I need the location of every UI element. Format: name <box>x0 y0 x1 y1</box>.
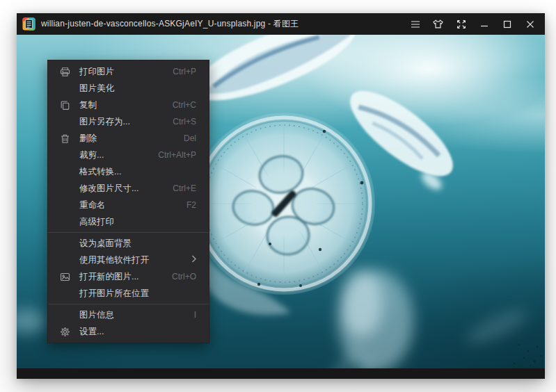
menu-item-label: 打印图片 <box>79 66 164 78</box>
trash-icon <box>60 133 70 144</box>
minimize-icon <box>480 20 489 28</box>
menu-item-rename[interactable]: 重命名 F2 <box>48 197 209 213</box>
menu-item-label: 设为桌面背景 <box>79 238 196 250</box>
icon-spacer <box>60 310 70 320</box>
icon-spacer <box>60 183 70 194</box>
minimize-button[interactable] <box>472 13 495 35</box>
menu-item-shortcut: Ctrl+Alt+P <box>158 150 196 160</box>
submenu-arrow-icon <box>191 255 196 265</box>
icon-spacer <box>60 288 70 299</box>
skin-theme-button[interactable] <box>427 13 450 35</box>
menu-item-beautify[interactable]: 图片美化 <box>48 80 209 97</box>
icon-spacer <box>60 255 70 266</box>
viewer-window: willian-justen-de-vasconcellos-ASKGjAeIY… <box>17 13 545 379</box>
desktop-stage: willian-justen-de-vasconcellos-ASKGjAeIY… <box>0 0 556 392</box>
bottom-bar <box>17 368 545 379</box>
icon-spacer <box>60 83 70 94</box>
menu-item-label: 设置... <box>79 326 196 338</box>
menu-item-label: 使用其他软件打开 <box>79 254 191 266</box>
menu-item-label: 复制 <box>79 99 164 111</box>
close-button[interactable] <box>518 13 541 35</box>
menu-item-copy[interactable]: 复制 Ctrl+C <box>48 97 209 113</box>
skin-tshirt-icon <box>433 19 443 28</box>
menu-item-label: 修改图片尺寸... <box>79 183 164 195</box>
menu-item-label: 删除 <box>79 133 175 145</box>
menu-item-advanced-print[interactable]: 高级打印 <box>48 213 209 230</box>
menu-item-settings[interactable]: 设置... <box>48 323 209 340</box>
icon-spacer <box>60 238 70 249</box>
maximize-icon <box>503 20 511 28</box>
menu-item-label: 打开新的图片... <box>79 271 164 283</box>
menu-item-open-with[interactable]: 使用其他软件打开 <box>48 252 209 268</box>
menu-item-shortcut: Ctrl+S <box>173 117 196 126</box>
menu-item-shortcut: Ctrl+O <box>172 272 196 281</box>
menu-item-delete[interactable]: 删除 Del <box>48 130 209 147</box>
menu-item-save-as[interactable]: 图片另存为... Ctrl+S <box>48 113 209 130</box>
context-menu: 打印图片 Ctrl+P 图片美化 复制 Ctrl+C 图片另存为... Ctrl… <box>47 60 209 343</box>
menu-item-label: 图片信息 <box>79 309 186 321</box>
hamburger-menu-icon <box>411 20 420 28</box>
menu-separator <box>48 304 209 304</box>
menu-separator <box>48 232 209 233</box>
fullscreen-icon <box>456 19 466 29</box>
menu-item-label: 高级打印 <box>79 216 196 228</box>
menu-item-format-convert[interactable]: 格式转换... <box>48 163 209 180</box>
menu-item-shortcut: Ctrl+C <box>173 100 196 110</box>
hamburger-menu-button[interactable] <box>404 13 427 35</box>
icon-spacer <box>60 117 70 127</box>
menu-item-open-new[interactable]: 打开新的图片... Ctrl+O <box>48 268 209 285</box>
menu-item-shortcut: Ctrl+E <box>173 183 196 193</box>
icon-spacer <box>60 150 70 161</box>
menu-item-open-location[interactable]: 打开图片所在位置 <box>48 285 209 302</box>
menu-item-image-info[interactable]: 图片信息 I <box>48 307 209 323</box>
copy-icon <box>60 100 70 111</box>
menu-item-set-wallpaper[interactable]: 设为桌面背景 <box>48 235 209 252</box>
close-icon <box>526 20 534 28</box>
titlebar[interactable]: willian-justen-de-vasconcellos-ASKGjAeIY… <box>17 13 545 35</box>
menu-item-label: 打开图片所在位置 <box>79 288 196 300</box>
menu-item-label: 格式转换... <box>79 166 196 178</box>
menu-item-label: 图片另存为... <box>79 116 164 128</box>
menu-item-crop[interactable]: 裁剪... Ctrl+Alt+P <box>48 147 209 163</box>
icon-spacer <box>60 200 70 211</box>
icon-spacer <box>60 167 70 177</box>
menu-item-shortcut: Del <box>184 133 196 143</box>
menu-item-print[interactable]: 打印图片 Ctrl+P <box>48 63 209 80</box>
fullscreen-button[interactable] <box>450 13 472 35</box>
titlebar-buttons <box>404 13 545 35</box>
maximize-button[interactable] <box>495 13 518 35</box>
app-logo-icon <box>22 17 35 31</box>
menu-item-label: 图片美化 <box>79 83 196 95</box>
gear-icon <box>60 327 70 337</box>
window-title: willian-justen-de-vasconcellos-ASKGjAeIY… <box>41 18 299 30</box>
menu-item-shortcut: Ctrl+P <box>173 67 196 76</box>
icon-spacer <box>60 217 70 227</box>
printer-icon <box>60 67 70 77</box>
menu-item-shortcut: F2 <box>186 200 196 210</box>
menu-item-resize[interactable]: 修改图片尺寸... Ctrl+E <box>48 180 209 197</box>
menu-item-label: 重命名 <box>79 199 178 211</box>
image-icon <box>60 272 70 282</box>
menu-item-label: 裁剪... <box>79 149 150 161</box>
menu-item-shortcut: I <box>194 310 196 320</box>
